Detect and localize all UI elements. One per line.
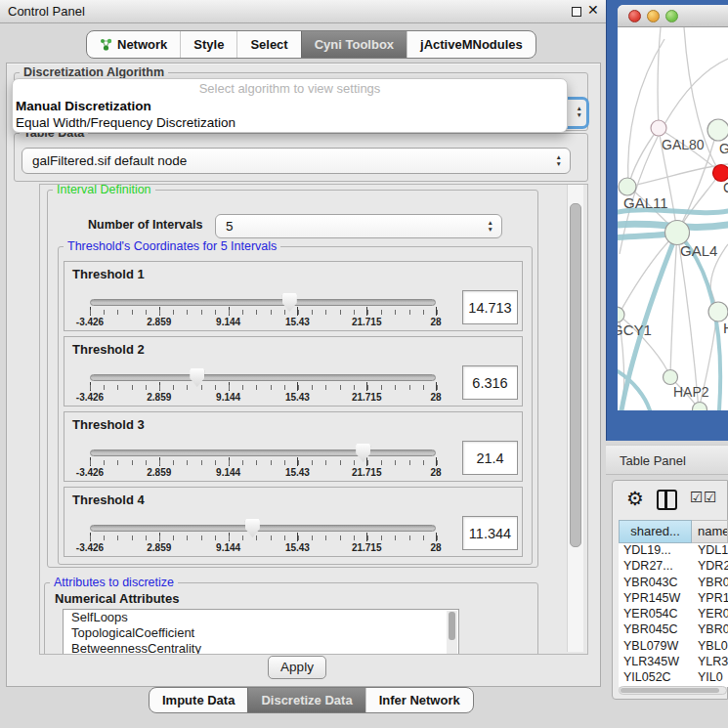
columns-icon[interactable] bbox=[657, 490, 677, 510]
network-node[interactable] bbox=[665, 221, 690, 245]
tick-label: 28 bbox=[430, 392, 441, 403]
table-rows: YDL19...YDL1YDR27...YDR2YBR043CYBR0YPR14… bbox=[619, 543, 728, 687]
tab-discretize-label: Discretize Data bbox=[261, 688, 352, 712]
table-panel-titlebar[interactable]: Table Panel bbox=[606, 445, 728, 475]
scrollbar-thumb[interactable] bbox=[621, 688, 719, 693]
column-header-name[interactable]: name bbox=[692, 520, 728, 543]
cell-name[interactable]: YIL0 bbox=[692, 670, 728, 686]
checkbox-icon[interactable]: ☑ bbox=[704, 489, 716, 506]
scrollbar-thumb[interactable] bbox=[449, 612, 455, 640]
tab-infer-network[interactable]: Infer Network bbox=[365, 688, 473, 712]
threshold-value[interactable]: 21.4 bbox=[462, 441, 518, 475]
cell-shared-name[interactable]: YBR043C bbox=[619, 576, 692, 591]
node-label: GAL4 bbox=[680, 242, 717, 259]
network-node[interactable] bbox=[664, 370, 678, 385]
cell-shared-name[interactable]: YPR145W bbox=[619, 591, 692, 607]
node-label: GAL80 bbox=[662, 137, 705, 152]
tick-label: 21.715 bbox=[352, 467, 382, 478]
table-row[interactable]: YLR345WYLR3 bbox=[619, 655, 728, 670]
slider-track[interactable] bbox=[90, 525, 436, 532]
minimize-traffic-light[interactable] bbox=[647, 10, 660, 22]
threshold-value[interactable]: 6.316 bbox=[462, 365, 518, 400]
slider-track[interactable] bbox=[90, 374, 436, 381]
table-row[interactable]: YDL19...YDL1 bbox=[619, 543, 728, 559]
float-window-icon[interactable] bbox=[572, 7, 581, 17]
attribute-item[interactable]: TopologicalCoefficient bbox=[64, 625, 458, 641]
attribute-items: SelfLoopsTopologicalCoefficientBetweenne… bbox=[64, 610, 458, 655]
cell-name[interactable]: YBR0 bbox=[692, 622, 728, 638]
dropdown-option-manual[interactable]: Manual Discretization bbox=[13, 98, 567, 114]
table-row[interactable]: YER054CYER0 bbox=[619, 607, 728, 622]
table-row[interactable]: YIL052CYIL0 bbox=[619, 670, 728, 686]
slider-track[interactable] bbox=[90, 299, 436, 306]
network-node[interactable] bbox=[619, 178, 636, 195]
tick-label: 2.859 bbox=[147, 467, 171, 478]
close-icon[interactable]: ✕ bbox=[587, 2, 599, 18]
tick-label: 9.144 bbox=[216, 542, 240, 553]
cell-name[interactable]: YDL1 bbox=[692, 543, 728, 559]
tick-label: -3.426 bbox=[76, 317, 104, 327]
network-node[interactable] bbox=[713, 165, 728, 182]
network-node[interactable] bbox=[707, 119, 728, 141]
cell-shared-name[interactable]: YER054C bbox=[619, 607, 692, 622]
cell-name[interactable]: YDR2 bbox=[692, 559, 728, 575]
threshold-panel: Threshold 4 -3.4262.8599.14415.4321.7152… bbox=[64, 487, 523, 557]
network-node[interactable] bbox=[651, 120, 666, 136]
tick-label: 9.144 bbox=[216, 317, 240, 327]
dropdown-option-equal-width[interactable]: Equal Width/Frequency Discretization bbox=[13, 114, 567, 131]
cell-name[interactable]: YPR1 bbox=[692, 591, 728, 607]
numerical-attributes-list[interactable]: SelfLoopsTopologicalCoefficientBetweenne… bbox=[63, 609, 459, 655]
table-row[interactable]: YBL079WYBL0 bbox=[619, 639, 728, 655]
settings-gear-icon[interactable]: ⚙ bbox=[626, 487, 644, 510]
table-hscrollbar[interactable] bbox=[619, 686, 727, 695]
network-node[interactable] bbox=[708, 302, 728, 321]
slider-track[interactable] bbox=[90, 450, 436, 456]
table-row[interactable]: YDR27...YDR2 bbox=[619, 559, 728, 575]
threshold-value[interactable]: 14.713 bbox=[462, 290, 518, 324]
tab-discretize-data[interactable]: Discretize Data bbox=[247, 688, 364, 712]
attributes-scrollbar[interactable] bbox=[447, 611, 457, 654]
apply-button[interactable]: Apply bbox=[268, 656, 326, 679]
threshold-panel: Threshold 2 -3.4262.8599.14415.4321.7152… bbox=[64, 336, 523, 407]
table-row[interactable]: YPR145WYPR1 bbox=[619, 591, 728, 607]
table-row[interactable]: YBR045CYBR0 bbox=[619, 622, 728, 638]
tab-cyni-toolbox[interactable]: Cyni Toolbox bbox=[301, 31, 407, 58]
cell-shared-name[interactable]: YLR345W bbox=[619, 655, 692, 670]
cell-shared-name[interactable]: YBL079W bbox=[619, 639, 692, 655]
cell-shared-name[interactable]: YBR045C bbox=[619, 622, 692, 638]
checkbox-icon[interactable]: ☑ bbox=[690, 489, 703, 506]
attribute-item[interactable]: SelfLoops bbox=[64, 610, 458, 625]
node-label: H bbox=[723, 320, 728, 336]
num-intervals-select[interactable]: 5 ▲▼ bbox=[215, 214, 502, 238]
num-intervals-value: 5 bbox=[226, 219, 234, 234]
cell-name[interactable]: YER0 bbox=[692, 607, 728, 622]
cell-shared-name[interactable]: YDL19... bbox=[619, 543, 692, 559]
network-window-titlebar[interactable] bbox=[618, 5, 728, 27]
interval-group-label: Interval Definition bbox=[53, 184, 155, 196]
zoom-traffic-light[interactable] bbox=[665, 10, 678, 22]
column-header-shared-name[interactable]: shared... bbox=[619, 520, 692, 543]
table-row[interactable]: YBR043CYBR0 bbox=[619, 576, 728, 591]
cell-shared-name[interactable]: YIL052C bbox=[619, 670, 692, 686]
tab-impute-data[interactable]: Impute Data bbox=[150, 688, 247, 712]
tab-network[interactable]: Network bbox=[87, 31, 180, 58]
tab-impute-label: Impute Data bbox=[162, 688, 235, 712]
tab-style[interactable]: Style bbox=[180, 31, 236, 58]
network-canvas[interactable]: GAL80GACGAL11GAL4HGCY1HAP2 bbox=[618, 27, 728, 410]
tab-infer-label: Infer Network bbox=[379, 688, 460, 712]
network-node[interactable] bbox=[618, 307, 624, 322]
close-traffic-light[interactable] bbox=[628, 10, 641, 22]
tab-jactivemnodules[interactable]: jActiveMNodules bbox=[407, 31, 535, 58]
tick-label: 21.715 bbox=[352, 317, 382, 327]
threshold-value[interactable]: 11.344 bbox=[462, 516, 518, 550]
pane-scrollbar-thumb[interactable] bbox=[570, 203, 581, 547]
attribute-item[interactable]: BetweennessCentrality bbox=[64, 641, 458, 655]
cell-name[interactable]: YBR0 bbox=[692, 576, 728, 591]
table-data-select[interactable]: galFiltered.sif default node ▲▼ bbox=[21, 148, 571, 174]
tab-network-label: Network bbox=[117, 31, 167, 58]
cell-name[interactable]: YBL0 bbox=[692, 639, 728, 655]
cell-shared-name[interactable]: YDR27... bbox=[619, 559, 692, 575]
node-label: HAP2 bbox=[673, 384, 709, 400]
tab-select[interactable]: Select bbox=[236, 31, 300, 58]
cell-name[interactable]: YLR3 bbox=[692, 655, 728, 670]
